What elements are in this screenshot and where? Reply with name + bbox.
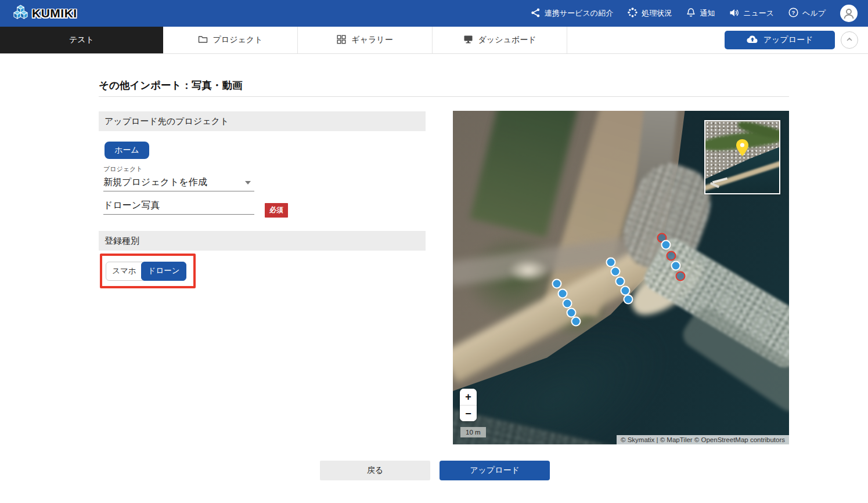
map-marker-blue[interactable] bbox=[606, 258, 616, 267]
share-icon bbox=[531, 8, 541, 19]
svg-text:?: ? bbox=[792, 9, 795, 16]
home-button[interactable]: ホーム bbox=[105, 142, 149, 159]
map-scale-label: 10 m bbox=[460, 427, 486, 437]
section-registration-type: 登録種別 bbox=[99, 231, 426, 251]
upload-button-label: アップロード bbox=[763, 35, 813, 45]
nav-label: 連携サービスの紹介 bbox=[545, 8, 613, 19]
upload-button-top[interactable]: アップロード bbox=[725, 31, 835, 49]
tab-bar: テスト プロジェクト ギャラリー ダッシュボード bbox=[0, 27, 868, 54]
tab-label: テスト bbox=[69, 35, 94, 45]
help-icon: ? bbox=[788, 8, 798, 19]
nav-item-news[interactable]: ニュース bbox=[729, 8, 774, 19]
map-marker-red[interactable] bbox=[676, 272, 686, 281]
map-marker-blue[interactable] bbox=[552, 279, 562, 289]
collapse-chevron-button[interactable] bbox=[841, 31, 858, 49]
nav-item-help[interactable]: ? ヘルプ bbox=[788, 8, 826, 19]
tab-label: ダッシュボード bbox=[478, 35, 536, 45]
nav-label: 処理状況 bbox=[642, 8, 672, 19]
tab-project[interactable]: プロジェクト bbox=[163, 27, 298, 53]
map-marker-blue[interactable] bbox=[615, 277, 625, 287]
nav-label: ニュース bbox=[743, 8, 774, 19]
project-select[interactable]: 新規プロジェクトを作成 bbox=[103, 174, 254, 191]
toggle-drone[interactable]: ドローン bbox=[141, 262, 186, 281]
map-marker-blue[interactable] bbox=[624, 295, 633, 305]
nav-item-processing-status[interactable]: 処理状況 bbox=[628, 8, 672, 19]
map-marker-blue[interactable] bbox=[661, 240, 671, 250]
toggle-smartphone[interactable]: スマホ bbox=[106, 262, 143, 281]
map-zoom-out-button[interactable]: − bbox=[460, 405, 477, 421]
nav-label: 通知 bbox=[700, 8, 715, 19]
map-zoom-in-button[interactable]: + bbox=[460, 389, 477, 405]
tab-dashboard[interactable]: ダッシュボード bbox=[433, 27, 567, 53]
map-marker-blue[interactable] bbox=[571, 317, 581, 327]
map-attribution: © Skymatix | © MapTiler © OpenStreetMap … bbox=[617, 435, 789, 444]
top-navbar: KUMIKI 連携サービスの紹介 処理状況 bbox=[0, 0, 868, 27]
nav-item-service-intro[interactable]: 連携サービスの紹介 bbox=[531, 8, 613, 19]
tab-gallery[interactable]: ギャラリー bbox=[298, 27, 433, 53]
tab-label: プロジェクト bbox=[213, 35, 263, 45]
map-marker-blue[interactable] bbox=[563, 299, 572, 309]
bell-icon bbox=[686, 8, 696, 19]
folder-icon bbox=[198, 35, 208, 45]
user-avatar[interactable] bbox=[840, 5, 858, 22]
registration-type-toggle: スマホ ドローン bbox=[106, 262, 186, 281]
title-divider bbox=[99, 96, 789, 97]
select-caret-icon bbox=[245, 181, 251, 184]
back-button[interactable]: 戻る bbox=[320, 461, 430, 480]
nav-item-notifications[interactable]: 通知 bbox=[686, 8, 715, 19]
tab-label: ギャラリー bbox=[351, 35, 392, 45]
chevron-up-icon bbox=[845, 36, 853, 45]
processing-icon bbox=[628, 8, 638, 19]
required-badge: 必須 bbox=[265, 203, 288, 218]
project-name-input[interactable] bbox=[103, 197, 254, 215]
map-marker-blue[interactable] bbox=[671, 261, 681, 271]
section-upload-destination: アップロード先のプロジェクト bbox=[99, 111, 426, 131]
kumiki-cubes-icon bbox=[13, 5, 28, 23]
minimap-inset[interactable] bbox=[704, 120, 780, 194]
upload-submit-button[interactable]: アップロード bbox=[440, 461, 550, 480]
page-title: その他インポート：写真・動画 bbox=[99, 78, 242, 92]
map-marker-blue[interactable] bbox=[558, 289, 568, 299]
kumiki-logo[interactable]: KUMIKI bbox=[13, 5, 77, 23]
map-marker-blue[interactable] bbox=[611, 267, 621, 277]
topnav-menu: 連携サービスの紹介 処理状況 通知 bbox=[531, 5, 858, 22]
project-select-value: 新規プロジェクトを作成 bbox=[103, 176, 207, 189]
nav-label: ヘルプ bbox=[802, 8, 826, 19]
cloud-upload-icon bbox=[747, 35, 758, 45]
gallery-icon bbox=[337, 35, 346, 46]
map-marker-red[interactable] bbox=[667, 251, 676, 261]
map-zoom-control: + − bbox=[460, 389, 477, 421]
tab-test[interactable]: テスト bbox=[0, 27, 163, 53]
speaker-icon bbox=[729, 8, 739, 19]
tabbar-spacer bbox=[567, 27, 725, 53]
map-canvas[interactable]: + − 10 m © Skymatix | © MapTiler © OpenS… bbox=[453, 111, 789, 444]
project-field-label: プロジェクト bbox=[103, 165, 143, 173]
kumiki-logo-text: KUMIKI bbox=[32, 6, 77, 20]
dashboard-icon bbox=[463, 35, 473, 45]
annotation-highlight: スマホ ドローン bbox=[100, 254, 196, 288]
